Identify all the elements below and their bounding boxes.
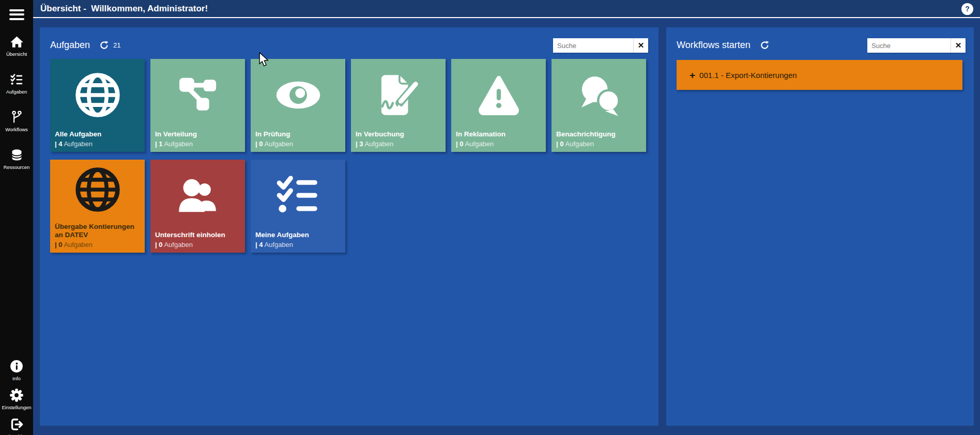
network-icon bbox=[150, 67, 245, 123]
clear-search-icon[interactable]: ✕ bbox=[633, 38, 648, 53]
workflows-searchbox: ✕ bbox=[867, 38, 966, 53]
tile-count: | 0 Aufgaben bbox=[155, 241, 242, 248]
tile-title: In Verbuchung bbox=[356, 130, 443, 138]
tile-count: | 0 Aufgaben bbox=[55, 241, 142, 248]
tile-count: | 1 Aufgaben bbox=[155, 140, 242, 148]
menu-icon[interactable] bbox=[9, 7, 24, 22]
tile-in-reklamation[interactable]: In Reklamation | 0 Aufgaben bbox=[451, 59, 546, 152]
info-icon bbox=[9, 359, 24, 374]
sidebar-item-label: Info bbox=[12, 376, 21, 381]
tasks-count: 21 bbox=[113, 41, 120, 49]
tile-count: | 3 Aufgaben bbox=[356, 140, 443, 148]
home-icon bbox=[9, 35, 24, 49]
tile-count: | 0 Aufgaben bbox=[456, 140, 543, 148]
tile-uebergabe-datev[interactable]: Übergabe Kontierungen an DATEV | 0 Aufga… bbox=[50, 160, 145, 253]
help-icon[interactable]: ? bbox=[961, 3, 973, 15]
eye-icon bbox=[251, 67, 345, 123]
workflows-panel-title: Workflows starten bbox=[677, 40, 751, 51]
sidebar-item-label: Workflows bbox=[5, 127, 28, 132]
plus-icon: + bbox=[690, 70, 695, 80]
clear-search-icon[interactable]: ✕ bbox=[951, 38, 966, 53]
checklist-icon bbox=[9, 72, 24, 87]
workflows-panel: Workflows starten ✕ + 001.1 - Export-Kon… bbox=[666, 27, 974, 426]
tile-unterschrift-einholen[interactable]: Unterschrift einholen | 0 Aufgaben bbox=[150, 160, 245, 253]
gear-icon bbox=[9, 388, 24, 402]
sidebar-item-abmelden[interactable]: Abmelden bbox=[0, 417, 33, 435]
tile-count: | 4 Aufgaben bbox=[55, 140, 142, 148]
tile-in-verbuchung[interactable]: In Verbuchung | 3 Aufgaben bbox=[351, 59, 446, 152]
tile-in-verteilung[interactable]: In Verteilung | 1 Aufgaben bbox=[150, 59, 245, 152]
tasks-panel-title: Aufgaben bbox=[50, 40, 90, 51]
database-icon bbox=[9, 148, 24, 162]
sidebar-item-workflows[interactable]: Workflows bbox=[0, 110, 33, 132]
sidebar-item-ressourcen[interactable]: Ressourcen bbox=[0, 148, 33, 170]
users-icon bbox=[150, 168, 245, 224]
chat-bubbles-icon bbox=[552, 67, 646, 123]
tile-count: | 0 Aufgaben bbox=[255, 140, 343, 148]
tile-in-pruefung[interactable]: In Prüfung | 0 Aufgaben bbox=[251, 59, 345, 152]
document-signature-icon bbox=[351, 67, 446, 123]
tile-alle-aufgaben[interactable]: Alle Aufgaben | 4 Aufgaben bbox=[50, 59, 145, 152]
sidebar-item-uebersicht[interactable]: Übersicht bbox=[0, 35, 33, 57]
workflow-item-label: 001.1 - Export-Kontierungen bbox=[699, 71, 797, 80]
tile-benachrichtigung[interactable]: Benachrichtigung | 0 Aufgaben bbox=[552, 59, 646, 152]
logout-icon bbox=[9, 417, 24, 431]
refresh-icon[interactable] bbox=[760, 40, 770, 50]
warning-icon bbox=[451, 67, 546, 123]
workflows-search-input[interactable] bbox=[867, 38, 951, 53]
page-title: Übersicht - Willkommen, Administrator! bbox=[33, 0, 980, 18]
tiles-grid: Alle Aufgaben | 4 Aufgaben In Verteilung bbox=[50, 59, 648, 253]
globe-icon bbox=[50, 67, 145, 123]
sidebar: Übersicht Aufgaben bbox=[0, 0, 33, 435]
tile-title: Unterschrift einholen bbox=[155, 231, 242, 239]
tile-title: Meine Aufgaben bbox=[255, 231, 343, 239]
globe-icon bbox=[50, 162, 145, 218]
tasks-panel: Aufgaben 21 ✕ bbox=[40, 27, 659, 426]
workflow-branch-icon bbox=[9, 110, 24, 125]
checklist-icon bbox=[251, 168, 345, 224]
topbar: Übersicht - Willkommen, Administrator! ? bbox=[33, 0, 980, 18]
sidebar-item-einstellungen[interactable]: Einstellungen bbox=[0, 388, 33, 410]
refresh-icon[interactable] bbox=[99, 40, 109, 50]
tile-title: Alle Aufgaben bbox=[55, 130, 142, 138]
sidebar-item-label: Einstellungen bbox=[2, 405, 31, 410]
sidebar-item-info[interactable]: Info bbox=[0, 359, 33, 381]
tasks-search-input[interactable] bbox=[553, 38, 633, 53]
sidebar-item-label: Übersicht bbox=[6, 51, 27, 57]
tile-title: In Prüfung bbox=[255, 130, 343, 138]
tile-title: Benachrichtigung bbox=[556, 130, 644, 138]
sidebar-item-aufgaben[interactable]: Aufgaben bbox=[0, 72, 33, 95]
tasks-searchbox: ✕ bbox=[553, 38, 648, 53]
content-area: Aufgaben 21 ✕ bbox=[33, 19, 980, 435]
sidebar-nav: Übersicht Aufgaben bbox=[0, 35, 33, 170]
sidebar-bottom: Info Einstellungen bbox=[0, 359, 33, 435]
sidebar-item-label: Aufgaben bbox=[6, 89, 27, 95]
tile-count: | 4 Aufgaben bbox=[255, 241, 343, 248]
tile-count: | 0 Aufgaben bbox=[556, 140, 644, 148]
tile-title: In Reklamation bbox=[456, 130, 543, 138]
sidebar-item-label: Ressourcen bbox=[4, 164, 30, 170]
tile-meine-aufgaben[interactable]: Meine Aufgaben | 4 Aufgaben bbox=[251, 160, 345, 253]
workflow-start-item[interactable]: + 001.1 - Export-Kontierungen bbox=[677, 60, 962, 90]
tile-title: In Verteilung bbox=[155, 130, 242, 138]
tile-title: Übergabe Kontierungen an DATEV bbox=[55, 223, 142, 239]
